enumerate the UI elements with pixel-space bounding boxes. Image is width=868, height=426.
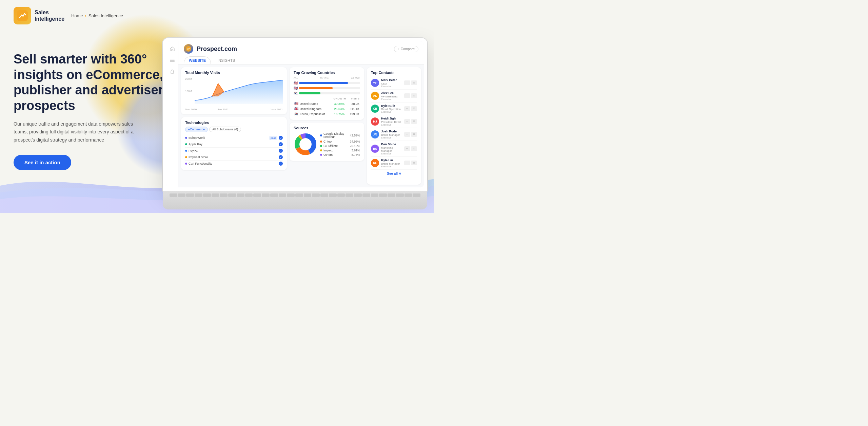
table-header: GROWTH VISITS (294, 97, 360, 100)
key (354, 193, 362, 197)
menu-icon[interactable] (169, 57, 176, 64)
tech-item: Apple Pay ✓ (185, 141, 283, 148)
key (279, 193, 287, 197)
laptop-screen: Prospect.com + Compare WEBSITE INSIGHTS (163, 38, 427, 191)
bell-icon[interactable] (169, 69, 176, 75)
key (245, 193, 253, 197)
logo-icon (14, 7, 31, 24)
countries-title: Top Growing Countries (294, 71, 360, 75)
contact-info: Alex Lee VP Marketing Executive (381, 91, 402, 100)
contact-item: MP Mark Peter CEO Executive ··· (371, 77, 417, 90)
see-all-button[interactable]: See all ∨ (371, 170, 417, 175)
breadcrumb-home[interactable]: Home (71, 13, 83, 18)
dashboard-sidebar (166, 41, 178, 187)
label-jan: Jan 2021 (217, 108, 229, 111)
countries-card: Top Growing Countries 0% 20.19% 40.35% 🇺… (290, 67, 364, 120)
pct-labels: 0% 20.19% 40.35% (294, 77, 360, 80)
monthly-visits-title: Total Monthly Visits (185, 71, 283, 75)
key (170, 193, 177, 197)
logo: Sales Intelligence (14, 7, 64, 24)
contact-item: KL Kyle Lin Brand Manager Executive ··· (371, 157, 417, 170)
tab-insights[interactable]: INSIGHTS (212, 56, 240, 64)
bar-track (299, 87, 360, 89)
home-icon[interactable] (169, 45, 176, 52)
contact-action-btn[interactable]: ··· (404, 161, 410, 165)
source-item: Criteo 24.96% (320, 140, 360, 143)
bar-fill-uk (299, 87, 333, 89)
source-item: Impact 3.61% (320, 149, 360, 152)
cta-button[interactable]: See it in action (14, 155, 71, 170)
contact-action-btn2[interactable]: ✉ (411, 93, 417, 98)
contact-action-btn[interactable]: ··· (404, 132, 410, 137)
country-row-uk: 🇬🇧 United Kingdom 25.63% 511.4K (294, 106, 360, 111)
compare-button[interactable]: + Compare (394, 46, 418, 52)
contact-actions: ··· ✉ (404, 106, 417, 111)
source-dot (320, 149, 322, 151)
contact-action-btn2[interactable]: ✉ (411, 80, 417, 85)
key (371, 193, 379, 197)
source-item: CJ Affiliate 20.10% (320, 144, 360, 148)
key (237, 193, 244, 197)
svg-point-1 (19, 17, 20, 18)
contact-action-btn2[interactable]: ✉ (411, 132, 417, 137)
source-item: Others 8.73% (320, 153, 360, 156)
hero-title: Sell smarter with 360° insights on eComm… (14, 52, 170, 113)
key (304, 193, 312, 197)
source-item: Google Display Network 42.59% (320, 132, 360, 139)
dashboard-left-col: Total Monthly Visits 200M 100M (181, 67, 287, 185)
key (388, 193, 395, 197)
sources-inner: Google Display Network 42.59% Criteo 24.… (294, 132, 360, 158)
key (346, 193, 353, 197)
contact-action-btn2[interactable]: ✉ (411, 106, 417, 111)
breadcrumb: Home › Sales Intelligence (71, 13, 123, 18)
contact-info: Josh Rode Brand Manager Executive (381, 130, 402, 139)
hero-panel: Sell smarter with 360° insights on eComm… (14, 38, 170, 170)
contact-item: BS Ben Shine Marketing Manager Executive… (371, 141, 417, 157)
tech-item: PayPal ✓ (185, 148, 283, 154)
flag-kr: 🇰🇷 (294, 91, 298, 95)
contact-action-btn[interactable]: ··· (404, 106, 410, 111)
tab-website[interactable]: WEBSITE (184, 56, 211, 64)
source-dot (320, 134, 322, 136)
flag-uk: 🇬🇧 (294, 86, 298, 90)
contact-action-btn2[interactable]: ✉ (411, 161, 417, 165)
label-june: June 2021 (270, 108, 283, 111)
tech-check: ✓ (279, 136, 283, 140)
sources-list: Google Display Network 42.59% Criteo 24.… (320, 132, 360, 158)
top-contacts-card: Top Contacts MP Mark Peter CEO Executive (367, 67, 421, 185)
tag-ecommerce[interactable]: eCommerce (185, 127, 208, 132)
contact-action-btn2[interactable]: ✉ (411, 146, 417, 151)
key (262, 193, 270, 197)
company-name: Prospect.com (197, 45, 237, 53)
contact-action-btn[interactable]: ··· (404, 93, 410, 98)
svg-rect-3 (170, 60, 175, 61)
svg-rect-2 (170, 59, 175, 59)
dashboard-header: Prospect.com + Compare WEBSITE INSIGHTS (178, 41, 424, 64)
contact-item: AL Alex Lee VP Marketing Executive ··· (371, 90, 417, 103)
contact-action-btn[interactable]: ··· (404, 119, 410, 124)
keyboard-keys (163, 191, 427, 197)
bar-row-uk: 🇬🇧 (294, 86, 360, 90)
bar-track (299, 92, 360, 94)
contact-actions: ··· ✉ (404, 93, 417, 98)
logo-text: Sales Intelligence (35, 9, 64, 22)
contact-action-btn[interactable]: ··· (404, 80, 410, 85)
contact-avatar: HJ (371, 117, 379, 126)
bar-row-us: 🇺🇸 (294, 81, 360, 85)
laptop-wrapper: Prospect.com + Compare WEBSITE INSIGHTS (163, 38, 427, 209)
tech-dot (185, 163, 187, 165)
laptop-keyboard (163, 191, 427, 209)
tech-dot (185, 143, 187, 145)
dashboard-tabs: WEBSITE INSIGHTS (184, 56, 418, 64)
key (287, 193, 295, 197)
tech-dot (185, 156, 187, 158)
key (362, 193, 370, 197)
dashboard-mid-col: Top Growing Countries 0% 20.19% 40.35% 🇺… (290, 67, 364, 185)
contact-actions: ··· ✉ (404, 146, 417, 151)
contact-action-btn2[interactable]: ✉ (411, 119, 417, 124)
contact-action-btn[interactable]: ··· (404, 146, 410, 151)
tag-subdomains[interactable]: All Subdomains (6) (209, 127, 241, 132)
contact-avatar: BS (371, 145, 379, 153)
tech-name: eShopWorld (185, 136, 205, 140)
chart-x-labels: Nov 2020 Jan 2021 June 2021 (185, 108, 283, 111)
